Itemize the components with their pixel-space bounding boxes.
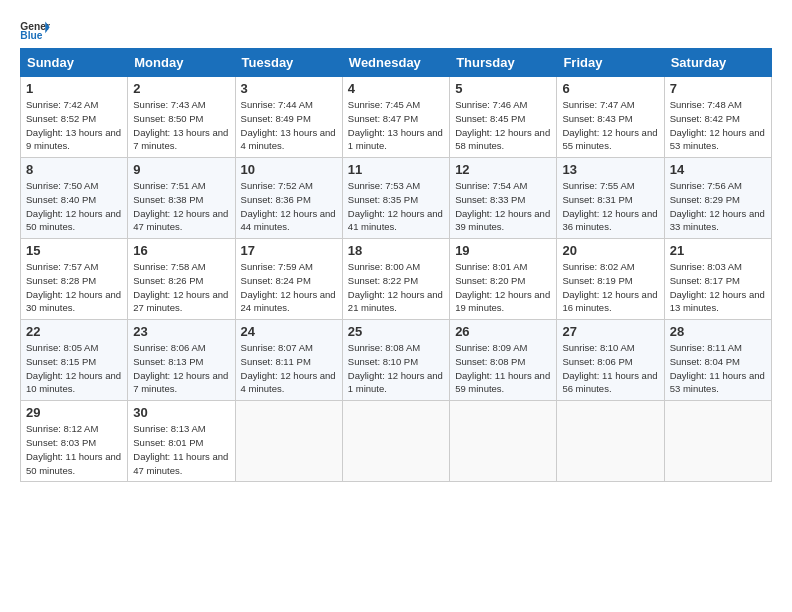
day-header-sunday: Sunday: [21, 49, 128, 77]
day-header-thursday: Thursday: [450, 49, 557, 77]
calendar-cell: 19Sunrise: 8:01 AMSunset: 8:20 PMDayligh…: [450, 239, 557, 320]
calendar-cell: 9Sunrise: 7:51 AMSunset: 8:38 PMDaylight…: [128, 158, 235, 239]
calendar-cell: 13Sunrise: 7:55 AMSunset: 8:31 PMDayligh…: [557, 158, 664, 239]
calendar-table: SundayMondayTuesdayWednesdayThursdayFrid…: [20, 48, 772, 482]
calendar-cell: 14Sunrise: 7:56 AMSunset: 8:29 PMDayligh…: [664, 158, 771, 239]
week-row-5: 29Sunrise: 8:12 AMSunset: 8:03 PMDayligh…: [21, 401, 772, 482]
day-info: Sunrise: 8:09 AMSunset: 8:08 PMDaylight:…: [455, 341, 551, 396]
day-number: 4: [348, 81, 444, 96]
day-info: Sunrise: 7:54 AMSunset: 8:33 PMDaylight:…: [455, 179, 551, 234]
week-row-2: 8Sunrise: 7:50 AMSunset: 8:40 PMDaylight…: [21, 158, 772, 239]
day-info: Sunrise: 7:45 AMSunset: 8:47 PMDaylight:…: [348, 98, 444, 153]
day-number: 29: [26, 405, 122, 420]
week-row-3: 15Sunrise: 7:57 AMSunset: 8:28 PMDayligh…: [21, 239, 772, 320]
day-info: Sunrise: 7:58 AMSunset: 8:26 PMDaylight:…: [133, 260, 229, 315]
day-info: Sunrise: 8:07 AMSunset: 8:11 PMDaylight:…: [241, 341, 337, 396]
day-number: 6: [562, 81, 658, 96]
day-number: 7: [670, 81, 766, 96]
day-number: 18: [348, 243, 444, 258]
day-info: Sunrise: 7:50 AMSunset: 8:40 PMDaylight:…: [26, 179, 122, 234]
day-info: Sunrise: 8:08 AMSunset: 8:10 PMDaylight:…: [348, 341, 444, 396]
day-number: 3: [241, 81, 337, 96]
day-number: 2: [133, 81, 229, 96]
day-info: Sunrise: 7:55 AMSunset: 8:31 PMDaylight:…: [562, 179, 658, 234]
day-info: Sunrise: 8:11 AMSunset: 8:04 PMDaylight:…: [670, 341, 766, 396]
calendar-cell: 8Sunrise: 7:50 AMSunset: 8:40 PMDaylight…: [21, 158, 128, 239]
day-number: 21: [670, 243, 766, 258]
calendar-cell: 26Sunrise: 8:09 AMSunset: 8:08 PMDayligh…: [450, 320, 557, 401]
day-info: Sunrise: 7:46 AMSunset: 8:45 PMDaylight:…: [455, 98, 551, 153]
calendar-cell: 27Sunrise: 8:10 AMSunset: 8:06 PMDayligh…: [557, 320, 664, 401]
logo: General Blue: [20, 20, 50, 42]
calendar-cell: 10Sunrise: 7:52 AMSunset: 8:36 PMDayligh…: [235, 158, 342, 239]
day-info: Sunrise: 7:47 AMSunset: 8:43 PMDaylight:…: [562, 98, 658, 153]
day-number: 19: [455, 243, 551, 258]
day-header-saturday: Saturday: [664, 49, 771, 77]
calendar-cell: 23Sunrise: 8:06 AMSunset: 8:13 PMDayligh…: [128, 320, 235, 401]
day-info: Sunrise: 8:01 AMSunset: 8:20 PMDaylight:…: [455, 260, 551, 315]
day-number: 20: [562, 243, 658, 258]
day-number: 8: [26, 162, 122, 177]
calendar-cell: [664, 401, 771, 482]
calendar-cell: 30Sunrise: 8:13 AMSunset: 8:01 PMDayligh…: [128, 401, 235, 482]
day-number: 24: [241, 324, 337, 339]
day-info: Sunrise: 8:10 AMSunset: 8:06 PMDaylight:…: [562, 341, 658, 396]
calendar-cell: 21Sunrise: 8:03 AMSunset: 8:17 PMDayligh…: [664, 239, 771, 320]
calendar-cell: 16Sunrise: 7:58 AMSunset: 8:26 PMDayligh…: [128, 239, 235, 320]
calendar-cell: 2Sunrise: 7:43 AMSunset: 8:50 PMDaylight…: [128, 77, 235, 158]
day-number: 22: [26, 324, 122, 339]
day-info: Sunrise: 7:56 AMSunset: 8:29 PMDaylight:…: [670, 179, 766, 234]
day-number: 10: [241, 162, 337, 177]
calendar-cell: 12Sunrise: 7:54 AMSunset: 8:33 PMDayligh…: [450, 158, 557, 239]
week-row-1: 1Sunrise: 7:42 AMSunset: 8:52 PMDaylight…: [21, 77, 772, 158]
day-header-wednesday: Wednesday: [342, 49, 449, 77]
calendar-cell: 6Sunrise: 7:47 AMSunset: 8:43 PMDaylight…: [557, 77, 664, 158]
day-info: Sunrise: 7:42 AMSunset: 8:52 PMDaylight:…: [26, 98, 122, 153]
calendar-cell: 7Sunrise: 7:48 AMSunset: 8:42 PMDaylight…: [664, 77, 771, 158]
calendar-cell: [235, 401, 342, 482]
day-number: 16: [133, 243, 229, 258]
day-number: 13: [562, 162, 658, 177]
calendar-cell: 24Sunrise: 8:07 AMSunset: 8:11 PMDayligh…: [235, 320, 342, 401]
day-number: 26: [455, 324, 551, 339]
day-header-friday: Friday: [557, 49, 664, 77]
day-info: Sunrise: 7:44 AMSunset: 8:49 PMDaylight:…: [241, 98, 337, 153]
week-row-4: 22Sunrise: 8:05 AMSunset: 8:15 PMDayligh…: [21, 320, 772, 401]
day-number: 15: [26, 243, 122, 258]
day-info: Sunrise: 8:13 AMSunset: 8:01 PMDaylight:…: [133, 422, 229, 477]
day-number: 9: [133, 162, 229, 177]
day-info: Sunrise: 8:02 AMSunset: 8:19 PMDaylight:…: [562, 260, 658, 315]
calendar-cell: 11Sunrise: 7:53 AMSunset: 8:35 PMDayligh…: [342, 158, 449, 239]
day-number: 17: [241, 243, 337, 258]
day-info: Sunrise: 7:51 AMSunset: 8:38 PMDaylight:…: [133, 179, 229, 234]
day-info: Sunrise: 8:05 AMSunset: 8:15 PMDaylight:…: [26, 341, 122, 396]
header: General Blue: [20, 20, 772, 42]
day-number: 28: [670, 324, 766, 339]
day-number: 27: [562, 324, 658, 339]
calendar-cell: 5Sunrise: 7:46 AMSunset: 8:45 PMDaylight…: [450, 77, 557, 158]
day-number: 25: [348, 324, 444, 339]
day-info: Sunrise: 7:57 AMSunset: 8:28 PMDaylight:…: [26, 260, 122, 315]
day-info: Sunrise: 8:12 AMSunset: 8:03 PMDaylight:…: [26, 422, 122, 477]
calendar-cell: 29Sunrise: 8:12 AMSunset: 8:03 PMDayligh…: [21, 401, 128, 482]
day-header-tuesday: Tuesday: [235, 49, 342, 77]
calendar-cell: 28Sunrise: 8:11 AMSunset: 8:04 PMDayligh…: [664, 320, 771, 401]
day-number: 30: [133, 405, 229, 420]
day-number: 12: [455, 162, 551, 177]
calendar-cell: 25Sunrise: 8:08 AMSunset: 8:10 PMDayligh…: [342, 320, 449, 401]
day-number: 11: [348, 162, 444, 177]
day-info: Sunrise: 7:52 AMSunset: 8:36 PMDaylight:…: [241, 179, 337, 234]
day-info: Sunrise: 8:00 AMSunset: 8:22 PMDaylight:…: [348, 260, 444, 315]
day-info: Sunrise: 7:53 AMSunset: 8:35 PMDaylight:…: [348, 179, 444, 234]
calendar-cell: 3Sunrise: 7:44 AMSunset: 8:49 PMDaylight…: [235, 77, 342, 158]
day-header-monday: Monday: [128, 49, 235, 77]
day-info: Sunrise: 8:06 AMSunset: 8:13 PMDaylight:…: [133, 341, 229, 396]
day-number: 5: [455, 81, 551, 96]
calendar-cell: [450, 401, 557, 482]
svg-text:Blue: Blue: [20, 30, 43, 41]
calendar-cell: 18Sunrise: 8:00 AMSunset: 8:22 PMDayligh…: [342, 239, 449, 320]
day-info: Sunrise: 8:03 AMSunset: 8:17 PMDaylight:…: [670, 260, 766, 315]
day-info: Sunrise: 7:59 AMSunset: 8:24 PMDaylight:…: [241, 260, 337, 315]
calendar-cell: 17Sunrise: 7:59 AMSunset: 8:24 PMDayligh…: [235, 239, 342, 320]
calendar-cell: [342, 401, 449, 482]
